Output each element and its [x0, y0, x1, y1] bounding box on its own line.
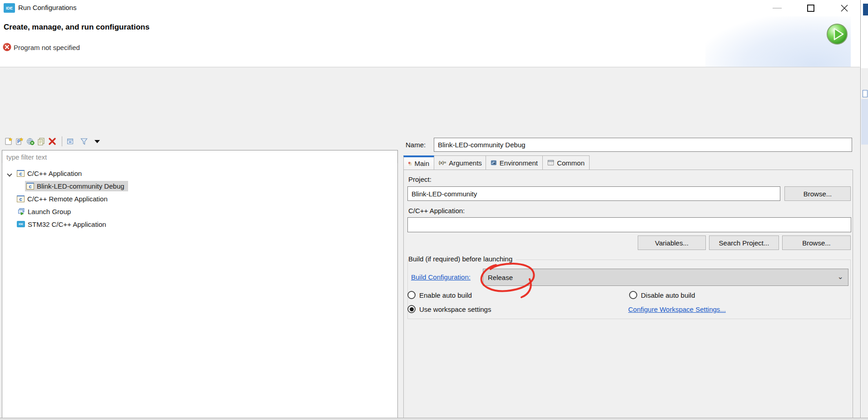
toolbar-menu-button[interactable]: [94, 140, 100, 143]
close-button[interactable]: [834, 0, 855, 16]
red-annotation-circle: [471, 260, 549, 302]
tree-item-label: C/C++ Remote Application: [27, 195, 108, 203]
tree-item-label: Launch Group: [28, 208, 71, 215]
toolbar-separator: [62, 136, 62, 146]
name-input[interactable]: [434, 138, 852, 152]
common-tab-icon: [547, 159, 554, 166]
tree-item-cpp-application[interactable]: c C/C++ Application: [2, 167, 397, 180]
chevron-down-icon: [94, 140, 100, 143]
minimize-icon: [773, 8, 782, 9]
dialog-header: Create, manage, and run configurations P…: [0, 16, 860, 67]
tree-item-label: C/C++ Application: [27, 170, 82, 177]
tree-selection-highlight: c Blink-LED-community Debug: [25, 181, 128, 191]
main-tab-icon: [408, 160, 412, 167]
c-application-icon: c: [17, 170, 25, 177]
maximize-button[interactable]: [800, 0, 821, 16]
run-play-button[interactable]: [826, 23, 848, 45]
project-label: Project:: [408, 175, 432, 183]
error-message: Program not specified: [14, 44, 80, 51]
close-icon: [840, 4, 848, 12]
tree-item-stm32-application[interactable]: IDE STM32 C/C++ Application: [2, 218, 397, 230]
filter-icon[interactable]: [80, 137, 88, 145]
run-configurations-dialog: IDE Run Configurations Create, manage, a…: [0, 0, 868, 420]
combo-chevron-icon: ⌄: [838, 272, 843, 281]
tree-item-label: STM32 C/C++ Application: [28, 220, 106, 228]
tab-environment[interactable]: Environment: [486, 155, 543, 170]
app-ide-icon: IDE: [4, 3, 15, 13]
tree-item-label: Blink-LED-community Debug: [37, 182, 124, 190]
window-title: Run Configurations: [18, 4, 76, 11]
tab-main[interactable]: Main: [403, 155, 434, 170]
background-toolbar-icon-fragment: [863, 90, 868, 97]
background-window-sliver: [860, 0, 868, 420]
tree-item-cpp-remote-application[interactable]: c C/C++ Remote Application: [2, 192, 397, 205]
error-icon: [3, 43, 11, 51]
delete-configuration-button[interactable]: [48, 137, 56, 145]
background-titlebar-fragment: [863, 4, 868, 15]
tab-bar: Main (x)= Arguments Environment: [403, 155, 853, 170]
tab-common[interactable]: Common: [543, 155, 590, 170]
configurations-tree: c C/C++ Application c Blink-LED-communit…: [2, 163, 398, 420]
enable-auto-build-radio[interactable]: [407, 291, 416, 299]
variables-button[interactable]: Variables...: [638, 235, 706, 250]
svg-text:P: P: [17, 139, 20, 144]
minimize-button[interactable]: [767, 0, 788, 16]
tree-item-launch-group[interactable]: Launch Group: [2, 205, 397, 218]
application-label: C/C++ Application:: [408, 207, 465, 215]
tab-label: Arguments: [449, 159, 482, 167]
export-configuration-button[interactable]: [26, 137, 35, 145]
use-workspace-settings-label: Use workspace settings: [419, 305, 491, 313]
maximize-icon: [807, 5, 814, 12]
tree-expander-icon[interactable]: [8, 170, 14, 177]
dialog-header-title: Create, manage, and run configurations: [4, 23, 149, 32]
tab-arguments[interactable]: (x)= Arguments: [434, 155, 486, 170]
collapse-all-button[interactable]: [66, 137, 74, 145]
window-bottom-edge: [0, 418, 868, 420]
new-prototype-button[interactable]: P: [15, 137, 24, 145]
duplicate-configuration-button[interactable]: [37, 137, 45, 145]
configure-workspace-settings-link[interactable]: Configure Workspace Settings...: [628, 305, 726, 313]
use-workspace-settings-radio[interactable]: [407, 305, 416, 313]
project-browse-button[interactable]: Browse...: [784, 186, 851, 201]
disable-auto-build-radio[interactable]: [629, 291, 637, 299]
background-panel-fragment-2: [861, 99, 868, 145]
dialog-body: P: [0, 67, 860, 418]
stm32-ide-icon: IDE: [17, 221, 25, 227]
application-browse-button[interactable]: Browse...: [782, 235, 851, 250]
tab-label: Environment: [500, 159, 538, 167]
c-application-icon: c: [26, 183, 34, 190]
title-bar: IDE Run Configurations: [0, 0, 868, 16]
tab-label: Common: [557, 159, 585, 167]
build-configuration-link[interactable]: Build Configuration:: [411, 273, 471, 281]
tree-item-blink-led-debug[interactable]: c Blink-LED-community Debug: [2, 180, 397, 192]
launch-group-icon: [18, 208, 25, 215]
environment-tab-icon: [491, 159, 497, 166]
new-configuration-button[interactable]: [5, 137, 13, 145]
disable-auto-build-label: Disable auto build: [641, 291, 695, 299]
tab-label: Main: [414, 160, 429, 167]
c-application-icon: c: [17, 195, 25, 202]
project-input[interactable]: [407, 186, 780, 201]
name-label: Name:: [406, 141, 426, 149]
enable-auto-build-label: Enable auto build: [419, 291, 472, 299]
arguments-tab-icon: (x)=: [439, 160, 446, 165]
application-input[interactable]: [407, 217, 851, 232]
search-project-button[interactable]: Search Project...: [709, 235, 779, 250]
filter-input[interactable]: [2, 150, 398, 164]
